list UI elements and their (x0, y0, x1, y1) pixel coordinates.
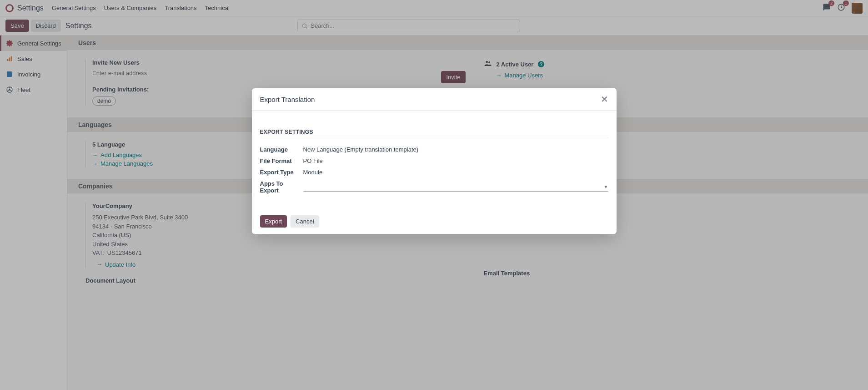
modal-footer: Export Cancel (252, 209, 617, 234)
format-value[interactable]: PO File (303, 157, 608, 164)
apps-to-export-combo[interactable]: ▼ (303, 182, 608, 192)
form-row-format: File Format PO File (260, 155, 608, 167)
modal-body: EXPORT SETTINGS Language New Language (E… (252, 111, 617, 209)
language-value[interactable]: New Language (Empty translation template… (303, 146, 608, 153)
close-icon[interactable]: ✕ (601, 95, 608, 104)
export-translation-modal: Export Translation ✕ EXPORT SETTINGS Lan… (252, 88, 617, 234)
type-label: Export Type (260, 169, 303, 176)
modal-overlay: Export Translation ✕ EXPORT SETTINGS Lan… (0, 0, 868, 390)
type-value[interactable]: Module (303, 169, 608, 176)
export-button[interactable]: Export (260, 215, 287, 228)
modal-header: Export Translation ✕ (252, 88, 617, 111)
chevron-down-icon[interactable]: ▼ (604, 184, 608, 189)
form-row-language: Language New Language (Empty translation… (260, 144, 608, 155)
modal-section-title: EXPORT SETTINGS (260, 129, 608, 138)
cancel-button[interactable]: Cancel (291, 215, 319, 228)
apps-label: Apps To Export (260, 180, 303, 194)
apps-to-export-input[interactable] (303, 183, 604, 190)
format-label: File Format (260, 157, 303, 164)
modal-title: Export Translation (260, 96, 315, 103)
language-label: Language (260, 146, 303, 153)
form-row-apps: Apps To Export ▼ (260, 178, 608, 196)
form-row-type: Export Type Module (260, 167, 608, 178)
